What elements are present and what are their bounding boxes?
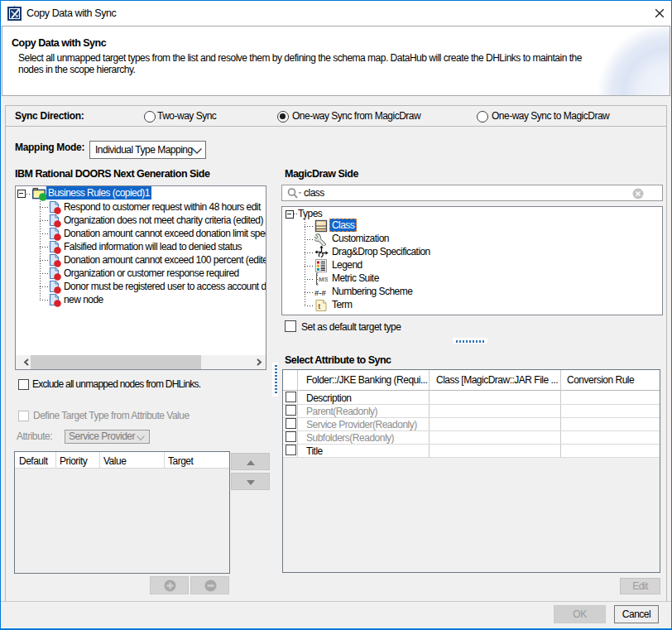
svg-text:#-#: #-# [314, 288, 326, 297]
svg-text:MS: MS [319, 276, 328, 283]
